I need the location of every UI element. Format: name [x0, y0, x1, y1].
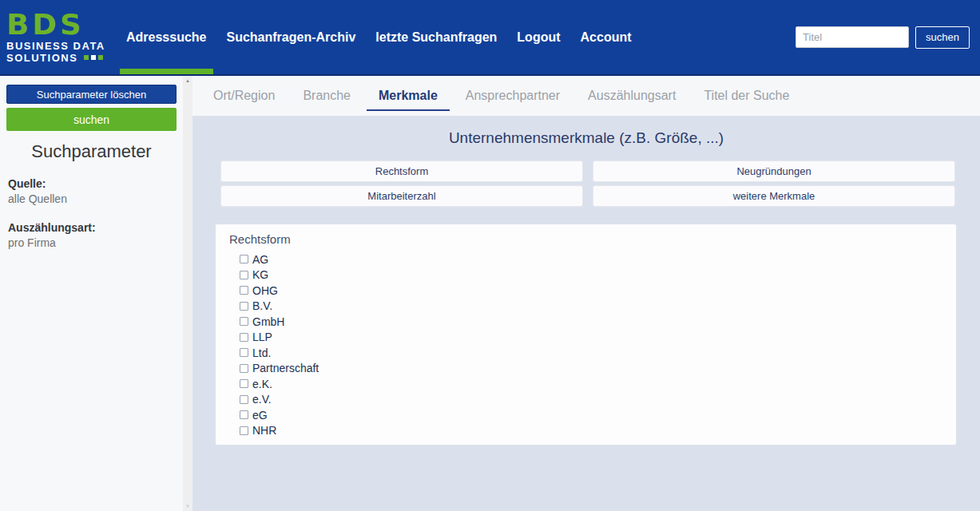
logo-line2: SOLUTIONS [6, 52, 77, 64]
main-content: Ort/Region Branche Merkmale Ansprechpart… [192, 76, 980, 511]
header-suchen-button[interactable]: suchen [915, 26, 970, 49]
option-label: NHR [252, 424, 276, 437]
option-label: Ltd. [252, 347, 271, 359]
option-label: KG [252, 268, 268, 281]
search-tabs: Ort/Region Branche Merkmale Ansprechpart… [192, 76, 980, 116]
list-item: Partnerschaft [240, 361, 943, 377]
list-item: NHR [240, 423, 943, 439]
rechtsform-panel: Rechtsform AG KG OHG B.V. [216, 224, 956, 445]
checkbox-partnerschaft[interactable] [240, 364, 248, 373]
option-label: B.V. [252, 299, 272, 312]
checkbox-gmbh[interactable] [240, 317, 248, 326]
param-auszaehlungsart-value: pro Firma [8, 236, 177, 251]
nav-item-letzte-suchanfragen[interactable]: letzte Suchanfragen [366, 0, 506, 74]
search-parameter-sidebar: Suchparameter löschen suchen Suchparamet… [0, 76, 183, 511]
list-item: GmbH [240, 314, 943, 330]
checkbox-ek[interactable] [240, 379, 248, 388]
feature-button-grid: Rechtsform Neugründungen Mitarbeiterzahl… [220, 160, 955, 207]
param-auszaehlungsart: Auszählungsart: pro Firma [8, 220, 177, 251]
sidebar-scrollbar[interactable]: ▲ ▼ [183, 76, 192, 511]
scrollbar-down-icon[interactable]: ▼ [185, 504, 190, 509]
checkbox-bv[interactable] [240, 302, 248, 311]
feature-button-weitere-merkmale[interactable]: weitere Merkmale [593, 185, 955, 207]
list-item: AG [240, 252, 943, 267]
list-item: KG [240, 267, 943, 283]
titel-search-input[interactable] [796, 26, 909, 48]
tab-ansprechpartner[interactable]: Ansprechpartner [464, 76, 561, 116]
top-header: BDS BUSINESS DATA SOLUTIONS Adresssuche … [0, 0, 980, 76]
feature-button-neugruendungen[interactable]: Neugründungen [593, 160, 955, 182]
clear-parameters-button[interactable]: Suchparameter löschen [6, 85, 177, 104]
feature-button-mitarbeiterzahl[interactable]: Mitarbeiterzahl [220, 185, 583, 207]
rechtsform-option-list: AG KG OHG B.V. GmbH [240, 252, 943, 438]
list-item: eG [240, 407, 943, 423]
checkbox-llp[interactable] [240, 333, 248, 342]
option-label: AG [252, 253, 268, 266]
nav-item-suchanfragen-archiv[interactable]: Suchanfragen-Archiv [217, 0, 366, 74]
list-item: B.V. [240, 299, 943, 315]
list-item: LLP [240, 330, 943, 346]
logo-acronym: BDS [6, 11, 110, 38]
checkbox-ltd[interactable] [240, 348, 248, 357]
feature-button-rechtsform[interactable]: Rechtsform [220, 160, 583, 182]
checkbox-ohg[interactable] [240, 286, 248, 295]
option-label: GmbH [252, 315, 284, 328]
option-label: Partnerschaft [252, 362, 319, 374]
tab-merkmale[interactable]: Merkmale [377, 76, 439, 116]
nav-item-adresssuche[interactable]: Adresssuche [117, 0, 216, 74]
list-item: e.K. [240, 376, 943, 392]
checkbox-eg[interactable] [240, 410, 248, 419]
list-item: Ltd. [240, 345, 943, 361]
option-label: e.K. [252, 378, 272, 390]
list-item: OHG [240, 283, 943, 299]
page-title: Unternehmensmerkmale (z.B. Größe, ...) [192, 129, 980, 147]
checkbox-nhr[interactable] [240, 426, 248, 435]
sidebar-suchen-button[interactable]: suchen [6, 108, 177, 131]
list-item: e.V. [240, 392, 943, 408]
bds-logo[interactable]: BDS BUSINESS DATA SOLUTIONS [6, 0, 110, 74]
tab-ort-region[interactable]: Ort/Region [212, 76, 276, 116]
nav-item-logout[interactable]: Logout [507, 0, 569, 74]
checkbox-ev[interactable] [240, 395, 248, 404]
rechtsform-panel-title: Rechtsform [229, 232, 943, 246]
main-nav: Adresssuche Suchanfragen-Archiv letzte S… [117, 0, 642, 74]
checkbox-ag[interactable] [240, 255, 248, 263]
tab-branche[interactable]: Branche [301, 76, 352, 116]
logo-squares-icon [84, 55, 103, 60]
option-label: OHG [252, 284, 278, 297]
param-quelle-value: alle Quellen [8, 192, 177, 207]
sidebar-title: Suchparameter [6, 141, 177, 162]
checkbox-kg[interactable] [240, 271, 248, 279]
option-label: LLP [252, 331, 272, 343]
tab-titel-der-suche[interactable]: Titel der Suche [702, 76, 791, 116]
option-label: e.V. [252, 393, 272, 406]
param-quelle-label: Quelle: [8, 176, 177, 192]
scrollbar-up-icon[interactable]: ▲ [185, 78, 190, 83]
param-quelle: Quelle: alle Quellen [8, 176, 177, 207]
param-auszaehlungsart-label: Auszählungsart: [8, 220, 177, 236]
tab-auszaehlungsart[interactable]: Auszählungsart [586, 76, 677, 116]
option-label: eG [252, 409, 268, 422]
nav-item-account[interactable]: Account [571, 0, 641, 74]
